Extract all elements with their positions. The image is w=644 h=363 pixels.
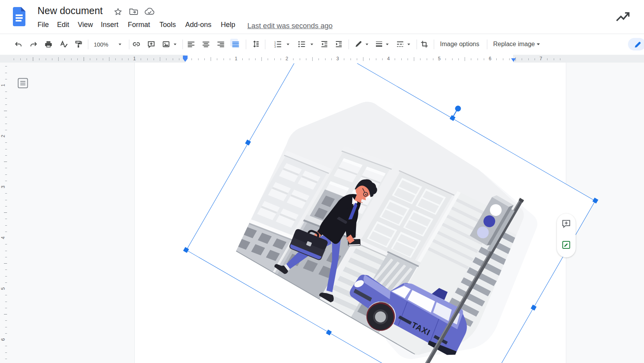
svg-text:3: 3 xyxy=(274,45,276,48)
